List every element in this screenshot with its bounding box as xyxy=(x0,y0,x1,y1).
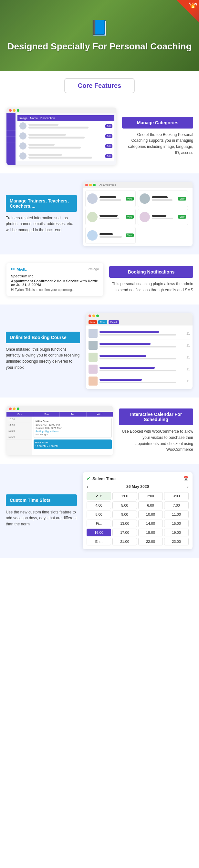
ts-slot[interactable]: ✔ Y xyxy=(87,492,111,500)
ts-slot[interactable]: 13:00 xyxy=(112,520,137,527)
avatar xyxy=(87,212,97,222)
mockup-titlebar: All Employees xyxy=(83,182,193,188)
booking-row: 11 xyxy=(88,328,190,339)
name-line xyxy=(152,215,166,217)
calendar-event[interactable]: Killer Croc 10:30 AM - 12:00 PM Graded 1… xyxy=(34,418,112,438)
ts-slot[interactable]: 10:00 xyxy=(138,510,163,518)
ts-slot[interactable]: 11:00 xyxy=(164,510,189,518)
filter-btn[interactable]: Filter xyxy=(98,320,107,324)
ts-slot[interactable]: 3:00 xyxy=(164,492,189,500)
avatar xyxy=(140,212,150,222)
mail-from: Spectrum Inc. xyxy=(11,274,99,278)
dot-green xyxy=(96,314,99,317)
event-title: Killer Croc xyxy=(35,420,110,423)
booking-thumb xyxy=(88,352,97,362)
detail-line xyxy=(100,199,121,201)
text-line xyxy=(28,134,66,135)
dot-red xyxy=(88,314,91,317)
export-btn[interactable]: Export xyxy=(109,320,119,324)
table-row: Edit xyxy=(18,151,114,161)
ts-slot[interactable]: 15:00 xyxy=(164,520,189,527)
custom-timeslots-desc: Use the new custom time slots feature to… xyxy=(6,509,77,527)
ts-slot[interactable]: 4:00 xyxy=(87,501,111,509)
ts-slot[interactable]: 22:00 xyxy=(138,538,163,546)
ts-slot[interactable]: 23:00 xyxy=(164,538,189,546)
dot-green xyxy=(17,407,19,410)
cal-day-wed: Wed xyxy=(87,412,113,416)
cal-main: Killer Croc 10:30 AM - 12:00 PM Graded 1… xyxy=(32,416,113,455)
view-btn[interactable]: View xyxy=(178,215,186,219)
booking-row: 11 xyxy=(88,363,190,375)
booking-row: 11 xyxy=(88,375,190,387)
cal-days-header: Sun Mon Tue Wed xyxy=(6,412,113,416)
ts-slot[interactable]: 6:00 xyxy=(138,501,163,509)
booking-name xyxy=(100,331,159,333)
ts-slot[interactable]: En... xyxy=(87,538,111,546)
booking-detail xyxy=(100,358,176,360)
ts-slot[interactable]: 19:00 xyxy=(164,529,189,536)
interactive-calendar-desc: Use Booked with WooCommerce to allow you… xyxy=(119,429,193,453)
ts-slot[interactable]: 1:00 xyxy=(112,492,137,500)
ts-slot[interactable]: Fi... xyxy=(87,520,111,527)
booking-thumb xyxy=(88,365,97,374)
booking-info xyxy=(100,331,184,336)
booking-info xyxy=(100,355,184,360)
booking-detail xyxy=(100,334,176,336)
custom-timeslots-text: Custom Time Slots Use the new custom tim… xyxy=(3,491,80,531)
edit-btn[interactable]: Edit xyxy=(105,134,112,138)
edit-btn[interactable]: Edit xyxy=(105,154,112,158)
mockup-url: All Employees xyxy=(100,183,116,186)
ts-slot[interactable]: 17:00 xyxy=(112,529,137,536)
dot-green xyxy=(93,184,96,186)
sidebar-nav xyxy=(6,113,16,165)
edit-btn[interactable]: Edit xyxy=(105,124,112,128)
avatar xyxy=(19,132,27,140)
employee-card: View xyxy=(85,209,136,225)
nav-item xyxy=(6,125,16,131)
booking-info xyxy=(100,379,184,383)
table-header: Image Name Description xyxy=(18,115,114,121)
unlimited-booking-text: Unlimited Booking Course Once installed,… xyxy=(3,329,83,374)
ts-slot[interactable]: 14:00 xyxy=(138,520,163,527)
calendar-event-active[interactable]: Elise Stun 12:00 PM - 1:00 PM xyxy=(34,439,112,449)
cal-time-11: 11:00 xyxy=(6,423,32,428)
booking-name xyxy=(100,343,150,345)
detail-line xyxy=(152,218,173,219)
booking-notifications-desc: This personal coaching plugin allows the… xyxy=(109,281,193,293)
col-name: Name xyxy=(30,117,38,120)
new-btn[interactable]: New xyxy=(88,320,97,324)
core-features-section: Core Features xyxy=(0,71,199,99)
view-btn[interactable]: View xyxy=(126,215,134,219)
booking-notifications-heading: Booking Notifications xyxy=(109,266,193,278)
ts-slot[interactable]: 7:00 xyxy=(164,501,189,509)
table-row: Edit xyxy=(18,121,114,131)
nav-item xyxy=(6,131,16,136)
ts-slot[interactable]: 21:00 xyxy=(112,538,137,546)
booking-row: 11 xyxy=(88,339,190,351)
ts-slot[interactable]: 8:00 xyxy=(87,510,111,518)
view-btn[interactable]: View xyxy=(178,197,186,200)
interactive-calendar-heading: Interactive Calendar For Scheduling xyxy=(119,408,193,425)
ts-slot[interactable]: 18:00 xyxy=(138,529,163,536)
ts-slot[interactable]: 9:00 xyxy=(112,510,137,518)
dot-red xyxy=(9,407,11,410)
ts-prev-arrow[interactable]: ‹ xyxy=(87,484,88,490)
manage-trainers-heading: Manage Trainers, Teachers, Coachers,... xyxy=(6,195,77,212)
booking-detail xyxy=(100,370,176,371)
ts-slot[interactable]: 5:00 xyxy=(112,501,137,509)
mail-preview: Hi Tyrion, This is to confirm your upcom… xyxy=(11,288,99,292)
text-line xyxy=(28,157,92,159)
dot-green xyxy=(17,109,19,112)
ts-slot[interactable]: 2:00 xyxy=(138,492,163,500)
cal-sidebar: 10:00 11:00 12:00 13:00 xyxy=(6,416,32,455)
name-line xyxy=(100,215,118,217)
view-btn[interactable]: View xyxy=(126,234,134,237)
mail-mockup: ✉ MAIL 2m ago Spectrum Inc. Appointment … xyxy=(6,263,103,296)
ts-next-arrow[interactable]: › xyxy=(187,484,189,490)
cal-day-mon: Mon xyxy=(33,412,60,416)
dot-red xyxy=(85,184,88,186)
avatar xyxy=(19,122,27,129)
edit-btn[interactable]: Edit xyxy=(105,144,112,148)
view-btn[interactable]: View xyxy=(126,197,134,200)
ts-slot-active[interactable]: 16:00 xyxy=(87,529,111,536)
